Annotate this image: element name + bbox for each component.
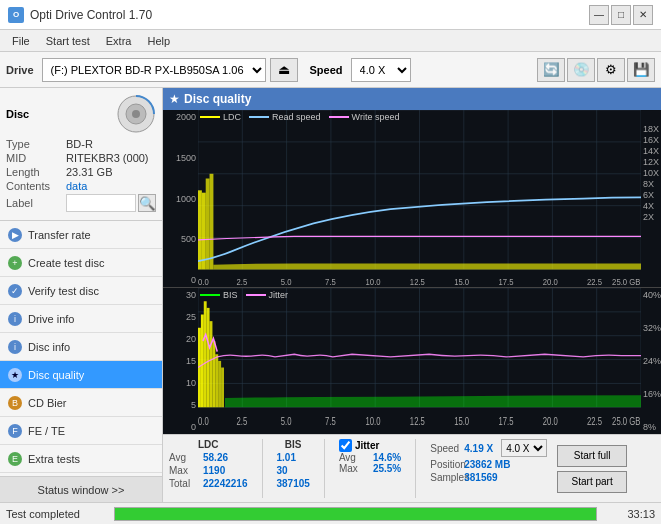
svg-point-2 xyxy=(132,110,140,118)
ldc-col: LDC Avg 58.26 Max 1190 Total 22242216 xyxy=(169,439,248,498)
verify-test-disc-label: Verify test disc xyxy=(28,285,99,297)
yaxis-40pct: 40% xyxy=(643,290,661,300)
speed-select[interactable]: 4.0 X xyxy=(351,58,411,82)
disc-graphic xyxy=(116,94,156,134)
bis-max-value: 30 xyxy=(277,465,288,476)
svg-rect-55 xyxy=(207,308,210,407)
eject-button[interactable]: ⏏ xyxy=(270,58,298,82)
position-value: 23862 MB xyxy=(464,459,510,470)
yaxis-18x: 18X xyxy=(643,124,659,134)
chart-bottom-area: BIS Jitter xyxy=(198,288,641,434)
sidebar-item-disc-info[interactable]: i Disc info xyxy=(0,333,162,361)
stats-div-1 xyxy=(262,439,263,498)
jitter-max-label: Max xyxy=(339,463,369,474)
sidebar-item-fe-te[interactable]: F FE / TE xyxy=(0,417,162,445)
disc-info-icon: i xyxy=(8,340,22,354)
sidebar-item-drive-info[interactable]: i Drive info xyxy=(0,305,162,333)
close-button[interactable]: ✕ xyxy=(633,5,653,25)
main-layout: Disc Type BD-R MID RITEKBR3 xyxy=(0,88,661,502)
label-label: Label xyxy=(6,197,66,209)
ldc-total-row: Total 22242216 xyxy=(169,478,248,489)
chart-top-area: LDC Read speed Write speed xyxy=(198,110,641,287)
yaxis-32pct: 32% xyxy=(643,323,661,333)
total-label: Total xyxy=(169,478,199,489)
jitter-checkbox[interactable] xyxy=(339,439,352,452)
menu-file[interactable]: File xyxy=(4,33,38,49)
svg-rect-60 xyxy=(221,368,224,408)
yaxis-8pct: 8% xyxy=(643,422,656,432)
sidebar-item-transfer-rate[interactable]: ▶ Transfer rate xyxy=(0,221,162,249)
nav-items: ▶ Transfer rate + Create test disc ✓ Ver… xyxy=(0,221,162,476)
minimize-button[interactable]: — xyxy=(589,5,609,25)
settings-button[interactable]: ⚙ xyxy=(597,58,625,82)
jitter-max-value: 25.5% xyxy=(373,463,401,474)
start-part-button[interactable]: Start part xyxy=(557,471,627,493)
speed-result-select[interactable]: 4.0 X xyxy=(501,439,547,457)
sidebar-item-verify-test-disc[interactable]: ✓ Verify test disc xyxy=(0,277,162,305)
drive-label: Drive xyxy=(6,64,34,76)
svg-rect-56 xyxy=(210,321,213,407)
length-value: 23.31 GB xyxy=(66,166,112,178)
disc-info-label: Disc info xyxy=(28,341,70,353)
disc-panel: Disc Type BD-R MID RITEKBR3 xyxy=(0,88,162,221)
jitter-avg-row: Avg 14.6% xyxy=(339,452,401,463)
titlebar-left: O Opti Drive Control 1.70 xyxy=(8,7,152,23)
refresh-button[interactable]: 🔄 xyxy=(537,58,565,82)
sidebar: Disc Type BD-R MID RITEKBR3 xyxy=(0,88,163,502)
menu-help[interactable]: Help xyxy=(139,33,178,49)
svg-text:20.0: 20.0 xyxy=(543,276,558,287)
svg-text:15.0: 15.0 xyxy=(454,276,469,287)
svg-text:7.5: 7.5 xyxy=(325,416,336,427)
sidebar-item-create-test-disc[interactable]: + Create test disc xyxy=(0,249,162,277)
drive-select[interactable]: (F:) PLEXTOR BD-R PX-LB950SA 1.06 xyxy=(42,58,266,82)
stats-div-2 xyxy=(324,439,325,498)
titlebar: O Opti Drive Control 1.70 — □ ✕ xyxy=(0,0,661,30)
drive-info-icon: i xyxy=(8,312,22,326)
ldc-header: LDC xyxy=(169,439,248,450)
label-input[interactable] xyxy=(66,194,136,212)
bottom-yaxis-right: 40% 32% 24% 16% 8% xyxy=(641,288,661,434)
jitter-label: Jitter xyxy=(355,440,379,451)
yaxis-5: 5 xyxy=(191,400,196,410)
contents-label: Contents xyxy=(6,180,66,192)
legend-bis: BIS xyxy=(200,290,238,300)
svg-text:15.0: 15.0 xyxy=(454,416,469,427)
start-full-button[interactable]: Start full xyxy=(557,445,627,467)
maximize-button[interactable]: □ xyxy=(611,5,631,25)
samples-value: 381569 xyxy=(464,472,497,483)
ldc-avg-row: Avg 58.26 xyxy=(169,452,248,463)
svg-text:2.5: 2.5 xyxy=(237,276,248,287)
status-window-button[interactable]: Status window >> xyxy=(0,476,162,502)
legend-jitter-label: Jitter xyxy=(269,290,289,300)
legend-jitter: Jitter xyxy=(246,290,289,300)
sidebar-item-cd-bier[interactable]: B CD Bier xyxy=(0,389,162,417)
yaxis-6x: 6X xyxy=(643,190,654,200)
titlebar-controls[interactable]: — □ ✕ xyxy=(589,5,653,25)
svg-text:25.0 GB: 25.0 GB xyxy=(612,276,640,287)
verify-test-disc-icon: ✓ xyxy=(8,284,22,298)
legend-read-speed-label: Read speed xyxy=(272,112,321,122)
svg-text:10.0: 10.0 xyxy=(366,276,381,287)
menu-extra[interactable]: Extra xyxy=(98,33,140,49)
type-label: Type xyxy=(6,138,66,150)
bottom-yaxis-left: 30 25 20 15 10 5 0 xyxy=(163,288,198,434)
drive-info-label: Drive info xyxy=(28,313,74,325)
toolbar-icons: 🔄 💿 ⚙ 💾 xyxy=(537,58,655,82)
progress-bar-fill xyxy=(115,508,596,520)
bis-total-value: 387105 xyxy=(277,478,310,489)
legend-ldc-label: LDC xyxy=(223,112,241,122)
ldc-max-row: Max 1190 xyxy=(169,465,248,476)
label-button[interactable]: 🔍 xyxy=(138,194,156,212)
sidebar-item-extra-tests[interactable]: E Extra tests xyxy=(0,445,162,473)
menu-start-test[interactable]: Start test xyxy=(38,33,98,49)
save-button[interactable]: 💾 xyxy=(627,58,655,82)
create-test-disc-icon: + xyxy=(8,256,22,270)
disc-button[interactable]: 💿 xyxy=(567,58,595,82)
ldc-avg-value: 58.26 xyxy=(203,452,228,463)
stats-div-3 xyxy=(415,439,416,498)
svg-text:0.0: 0.0 xyxy=(198,416,209,427)
progress-bar-container xyxy=(114,507,597,521)
sidebar-item-disc-quality[interactable]: ★ Disc quality xyxy=(0,361,162,389)
yaxis-1500: 1500 xyxy=(176,153,196,163)
bis-avg-row: 1.01 xyxy=(277,452,310,463)
